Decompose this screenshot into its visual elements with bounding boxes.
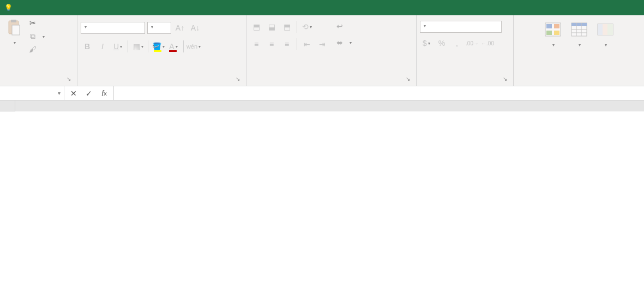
svg-rect-17: [607, 24, 613, 35]
increase-decimal-icon[interactable]: .00→: [466, 37, 479, 49]
brush-icon: 🖌: [28, 45, 37, 54]
format-as-table-button[interactable]: [568, 20, 590, 49]
align-center-icon[interactable]: ≡: [265, 38, 278, 50]
svg-rect-9: [571, 23, 587, 26]
align-left-icon[interactable]: ≡: [250, 38, 263, 50]
spreadsheet: [0, 100, 644, 111]
merge-center-button[interactable]: ⬌: [334, 37, 353, 48]
cell-styles-button[interactable]: [594, 20, 616, 49]
align-middle-icon[interactable]: ⬓: [265, 21, 278, 33]
cell-style-icon: [597, 21, 614, 38]
cut-button[interactable]: ✂: [27, 17, 46, 28]
scissors-icon: ✂: [28, 19, 37, 27]
menu-tabs: 💡: [0, 0, 644, 15]
svg-rect-6: [546, 31, 552, 35]
bold-button[interactable]: B: [81, 40, 94, 52]
font-color-button[interactable]: A: [167, 40, 180, 52]
chevron-down-icon: [577, 40, 581, 48]
chevron-down-icon: [41, 32, 45, 40]
decrease-decimal-icon[interactable]: ←.00: [481, 37, 494, 49]
dialog-launcher-icon[interactable]: ↘: [501, 76, 509, 84]
cancel-formula-icon[interactable]: ✕: [67, 87, 81, 100]
dialog-launcher-icon[interactable]: ↘: [234, 76, 242, 84]
lightbulb-icon: 💡: [4, 4, 13, 11]
dialog-launcher-icon[interactable]: ↘: [65, 76, 73, 84]
conditional-format-button[interactable]: [542, 20, 564, 49]
formula-bar: ✕ ✓ fx: [0, 86, 644, 100]
select-all-corner[interactable]: [0, 100, 15, 111]
align-bottom-icon[interactable]: ⬒: [280, 21, 293, 33]
group-clipboard: ✂ ⧉ 🖌 ↘: [0, 15, 77, 86]
format-painter-button[interactable]: 🖌: [27, 44, 46, 55]
dialog-launcher-icon[interactable]: ↘: [404, 76, 412, 84]
group-number: $ % , .00→ ←.00 ↘: [417, 15, 514, 86]
svg-rect-7: [554, 31, 559, 35]
underline-button[interactable]: U: [111, 40, 124, 52]
font-name-select[interactable]: [81, 22, 145, 34]
italic-button[interactable]: I: [96, 40, 109, 52]
svg-rect-1: [11, 20, 16, 22]
comma-icon[interactable]: ,: [450, 37, 464, 49]
svg-rect-5: [554, 24, 559, 28]
svg-rect-2: [12, 25, 20, 35]
increase-indent-icon[interactable]: ⇥: [316, 38, 329, 50]
chevron-down-icon: [13, 38, 16, 46]
formula-input[interactable]: [114, 86, 644, 100]
fx-icon[interactable]: fx: [97, 87, 111, 100]
group-alignment: ⬒ ⬓ ⬒ ⟲ ≡ ≡ ≡ ⇤ ⇥ ↩ ⬌ ↘: [246, 15, 417, 86]
orientation-icon[interactable]: ⟲: [300, 21, 314, 33]
chevron-down-icon: [604, 40, 607, 48]
table-icon: [570, 21, 588, 38]
copy-icon: ⧉: [28, 32, 37, 40]
phonetic-button[interactable]: wén: [187, 40, 200, 52]
merge-icon: ⬌: [335, 38, 344, 47]
accounting-format-icon[interactable]: $: [420, 37, 433, 49]
column-headers: [0, 100, 644, 111]
wrap-icon: ↩: [335, 22, 344, 31]
enter-formula-icon[interactable]: ✓: [82, 87, 96, 100]
paste-button[interactable]: [3, 17, 25, 47]
group-font: A↑ A↓ B I U ▦ 🪣 A wén ↘: [77, 15, 246, 86]
decrease-font-icon[interactable]: A↓: [189, 22, 202, 34]
svg-rect-16: [603, 24, 607, 35]
font-size-select[interactable]: [147, 22, 171, 34]
name-box[interactable]: [0, 86, 64, 100]
number-format-select[interactable]: [420, 21, 502, 33]
wrap-text-button[interactable]: ↩: [334, 21, 353, 32]
group-styles: [514, 15, 644, 86]
cond-format-icon: [544, 21, 562, 38]
align-right-icon[interactable]: ≡: [280, 38, 293, 50]
ribbon: ✂ ⧉ 🖌 ↘ A↑ A↓ B I U ▦ 🪣 A: [0, 15, 644, 86]
tell-me-search[interactable]: 💡: [4, 0, 16, 15]
decrease-indent-icon[interactable]: ⇤: [300, 38, 314, 50]
align-top-icon[interactable]: ⬒: [250, 21, 263, 33]
svg-rect-15: [598, 24, 603, 35]
paste-icon: [5, 19, 23, 36]
fill-color-button[interactable]: 🪣: [152, 40, 165, 52]
increase-font-icon[interactable]: A↑: [173, 22, 186, 34]
svg-rect-4: [546, 24, 552, 28]
chevron-down-icon: [551, 40, 555, 48]
percent-icon[interactable]: %: [435, 37, 448, 49]
border-button[interactable]: ▦: [131, 40, 145, 52]
copy-button[interactable]: ⧉: [27, 31, 46, 42]
